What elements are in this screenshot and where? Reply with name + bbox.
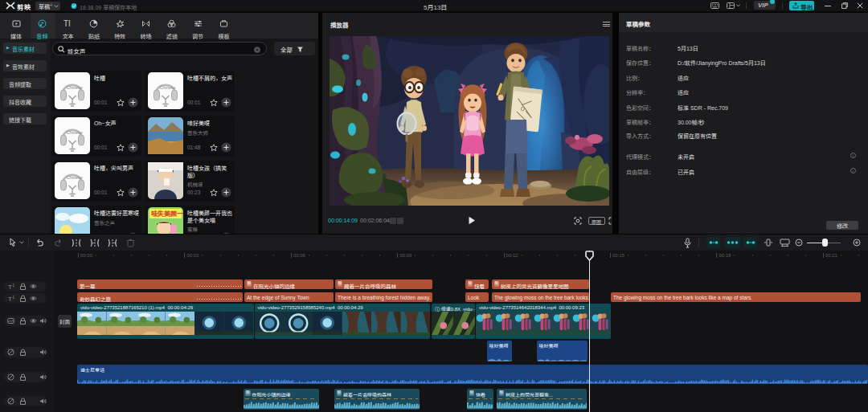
svg-text:Chinese: Chinese	[67, 175, 83, 180]
svg-text:TI: TI	[63, 19, 71, 28]
svg-text:1: 1	[13, 296, 15, 300]
svg-text:Chinese: Chinese	[67, 85, 83, 90]
svg-text:Chinese: Chinese	[160, 85, 176, 90]
svg-text:哇失美颜一开: 哇失美颜一开	[151, 210, 183, 218]
svg-text:Chinese: Chinese	[67, 130, 83, 135]
svg-text:T: T	[8, 296, 12, 303]
svg-text:1: 1	[13, 284, 15, 288]
svg-text:T: T	[8, 283, 12, 290]
